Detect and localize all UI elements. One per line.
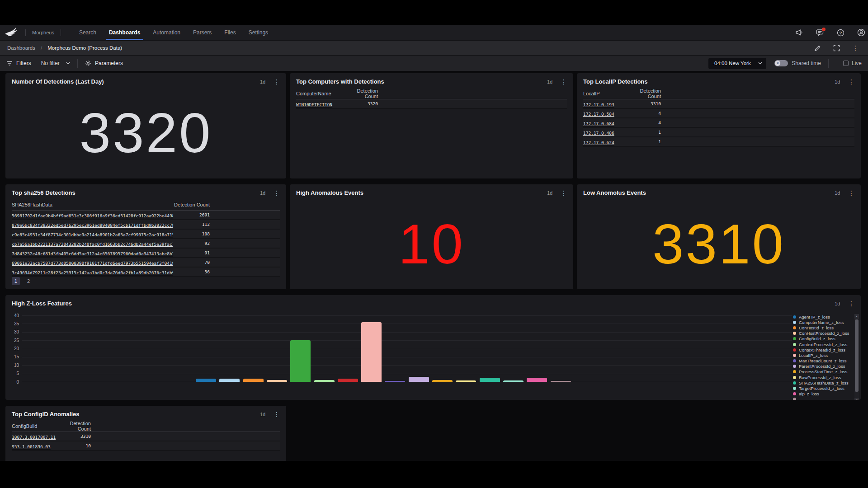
legend-item[interactable]: ContextThreadId_z_loss — [793, 347, 851, 352]
panel-title: Low Anomolus Events — [583, 189, 835, 196]
legend-item[interactable]: TargetProcessId_z_loss — [793, 385, 851, 391]
bar-ContextProcessId_z_loss[interactable] — [314, 380, 335, 382]
cell-link[interactable]: cb7a56a1bb2221137a72043282b240fac0fd1663… — [12, 242, 173, 247]
legend-label: ProcessStartTime_z_loss — [799, 369, 847, 374]
cell-link[interactable]: 1007.3.0017807.11 — [12, 435, 56, 440]
scroll-up-icon[interactable]: ▲ — [854, 314, 859, 319]
nav-item-parsers[interactable]: Parsers — [187, 25, 218, 40]
shared-time-toggle[interactable]: ✕ — [774, 60, 788, 66]
legend-item[interactable]: ConHostProcessId_z_loss — [793, 331, 851, 336]
parameters-button[interactable]: Parameters — [85, 60, 123, 66]
legend-item[interactable]: ContextProcessId_z_loss — [793, 342, 851, 347]
chat-notification-icon[interactable] — [816, 29, 824, 37]
panel-menu-icon[interactable]: ⋮ — [561, 79, 567, 85]
cell-link[interactable]: 953.1.001896.03 — [12, 444, 51, 449]
bar-ConHostProcessId_z_loss[interactable] — [267, 380, 287, 382]
nav-item-search[interactable]: Search — [73, 25, 103, 40]
filter-select[interactable]: No filter — [41, 60, 70, 66]
legend-item[interactable]: ConHostId_z_loss — [793, 325, 851, 330]
panel-menu-icon[interactable]: ⋮ — [848, 190, 854, 196]
bar-Agent IP_z_loss[interactable] — [196, 379, 216, 382]
scroll-down-icon[interactable]: ▼ — [854, 398, 859, 400]
bar-SHA256HashData_z_loss[interactable] — [480, 378, 500, 382]
nav-item-dashboards[interactable]: Dashboards — [103, 25, 146, 40]
gridline — [22, 324, 792, 324]
cell-link[interactable]: 69061e33acb7587d773d05000390f9101f71dfd6… — [12, 261, 173, 266]
cell-link[interactable]: 079e6bc834f38322ed5ed76295ec3961ed894084… — [12, 223, 173, 228]
panel-title: Top Computers with Detections — [296, 78, 547, 85]
column-header: Detection Count — [343, 88, 378, 99]
panel-menu-icon[interactable]: ⋮ — [274, 79, 280, 85]
legend-dot — [793, 365, 796, 368]
panel-menu-icon[interactable]: ⋮ — [561, 190, 567, 196]
legend-item[interactable]: Agent IP_z_loss — [793, 314, 851, 319]
cell-link[interactable]: 172.17.0.624 — [583, 140, 614, 145]
legend-item[interactable] — [793, 397, 851, 400]
legend-item[interactable]: SHA256HashData_z_loss — [793, 380, 851, 385]
legend-scrollbar[interactable]: ▲ ▼ — [854, 314, 859, 400]
cell-count: 10 — [56, 443, 91, 448]
edit-pencil-icon[interactable] — [814, 44, 821, 52]
y-axis-tick: 5 — [7, 371, 19, 376]
bar-ParentProcessId_z_loss[interactable] — [409, 377, 429, 382]
user-icon[interactable] — [857, 29, 865, 37]
kebab-menu-icon[interactable]: ⋮ — [852, 44, 859, 52]
live-checkbox[interactable] — [843, 61, 849, 66]
gear-icon — [85, 60, 91, 66]
panel-menu-icon[interactable]: ⋮ — [274, 190, 280, 196]
table-row: 56981702d1fae9b4bff9ad651e3c306f916a9f36… — [12, 211, 280, 220]
legend-item[interactable]: ComputerName_z_loss — [793, 319, 851, 325]
nav-item-files[interactable]: Files — [218, 25, 242, 40]
nav-menu: Search Dashboards Automation Parsers Fil… — [73, 25, 274, 40]
cell-link[interactable]: 56981702d1fae9b4bff9ad651e3c306f916a9f36… — [12, 213, 173, 218]
page-2-button[interactable]: 2 — [24, 277, 33, 285]
column-header: SHA256HashData — [12, 202, 173, 207]
scrollbar-thumb[interactable] — [855, 319, 859, 392]
fullscreen-icon[interactable] — [833, 44, 840, 52]
legend-item[interactable]: LocalIP_z_loss — [793, 352, 851, 358]
notification-badge — [822, 28, 826, 31]
legend-item[interactable]: ProcessStartTime_z_loss — [793, 369, 851, 375]
panel-menu-icon[interactable]: ⋮ — [848, 79, 854, 85]
bar-ConfigBuild_z_loss[interactable] — [290, 340, 311, 382]
cell-link[interactable]: 172.17.0.486 — [583, 131, 614, 136]
legend-label: Agent IP_z_loss — [799, 314, 830, 319]
help-icon[interactable]: ? — [836, 29, 844, 37]
bar-aip_z_loss[interactable] — [527, 378, 547, 382]
bar-ConHostId_z_loss[interactable] — [243, 379, 264, 382]
legend-item[interactable]: ParentProcessId_z_loss — [793, 364, 851, 369]
legend-item[interactable]: aip_z_loss — [793, 391, 851, 397]
cell-count: 112 — [173, 222, 210, 227]
bar-TargetProcessId_z_loss[interactable] — [503, 380, 524, 382]
megaphone-icon[interactable] — [795, 29, 803, 37]
legend-dot — [793, 370, 796, 373]
cell-count: 56 — [173, 269, 210, 274]
cell-link[interactable]: 172.17.0.193 — [583, 102, 614, 107]
cell-link[interactable]: WIN10DETECTION — [296, 102, 332, 107]
panel-menu-icon[interactable]: ⋮ — [274, 411, 280, 418]
panel-top-computers: Top Computers with Detections 1d ⋮ Compu… — [290, 73, 573, 178]
breadcrumb-dashboards[interactable]: Dashboards — [7, 45, 35, 51]
bar-ComputerName_z_loss[interactable] — [219, 379, 240, 382]
bar-RawProcessId_z_loss[interactable] — [456, 380, 476, 382]
cell-link[interactable]: 7d843252e48c681d3fb405c6dd5ae312a4e65678… — [12, 251, 173, 256]
cell-link[interactable]: 172.17.0.684 — [583, 121, 614, 126]
cell-link[interactable]: 3c49694d79211e28f23a25915c142aa1bd0c7da7… — [12, 270, 173, 275]
filters-button[interactable]: Filters — [6, 60, 31, 66]
bar-LocalIP_z_loss[interactable] — [361, 322, 382, 382]
falcon-logo-icon[interactable] — [5, 27, 18, 38]
bar-MaxThreadCount_z_loss[interactable] — [385, 381, 405, 382]
cell-link[interactable]: 172.17.0.584 — [583, 112, 614, 117]
legend-item[interactable]: ConfigBuild_z_loss — [793, 336, 851, 342]
nav-item-automation[interactable]: Automation — [146, 25, 187, 40]
cell-link[interactable]: c9e85c4951e34f87734c301dbbe9a214da8901b2… — [12, 232, 173, 237]
nav-item-settings[interactable]: Settings — [242, 25, 274, 40]
bar-series-15[interactable] — [551, 381, 571, 382]
bar-ProcessStartTime_z_loss[interactable] — [432, 380, 453, 382]
pagination: 1 2 — [12, 277, 33, 285]
legend-item[interactable]: MaxThreadCount_z_loss — [793, 358, 851, 364]
timezone-select[interactable]: -04:00 New York — [708, 58, 766, 69]
bar-ContextThreadId_z_loss[interactable] — [338, 379, 358, 382]
legend-item[interactable]: RawProcessId_z_loss — [793, 375, 851, 380]
page-1-button[interactable]: 1 — [12, 277, 20, 285]
